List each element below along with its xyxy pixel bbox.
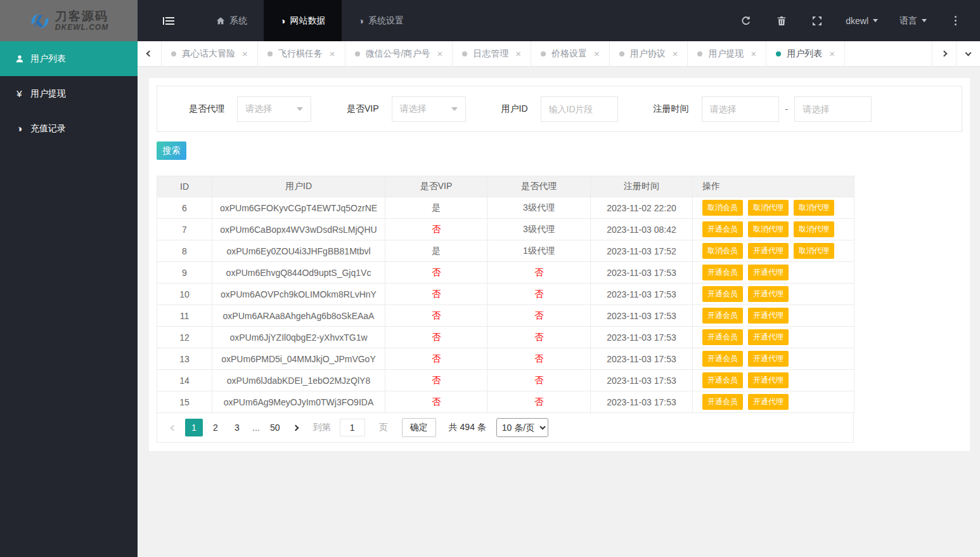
grant-member-button[interactable]: 开通会员	[702, 308, 743, 324]
tab-label: 真心话大冒险	[182, 48, 235, 60]
cancel-member-button[interactable]: 取消会员	[702, 200, 743, 216]
more-vertical-icon	[955, 16, 957, 25]
user-id-input[interactable]	[541, 96, 618, 122]
cancel-member-button[interactable]: 取消会员	[702, 243, 743, 259]
tab-close-icon[interactable]: ×	[751, 48, 756, 59]
tab-label: 用户提现	[708, 48, 744, 60]
grant-agent-button[interactable]: 开通代理	[748, 329, 789, 345]
cancel-agent-button[interactable]: 取消代理	[748, 221, 789, 237]
cell-agent: 3级代理	[487, 219, 591, 240]
tab-item-7[interactable]: 用户提现×	[688, 41, 766, 66]
grant-agent-button[interactable]: 开通代理	[748, 243, 789, 259]
cell-vip: 否	[385, 305, 487, 327]
tab-status-dot	[355, 51, 360, 56]
grant-member-button[interactable]: 开通会员	[702, 286, 743, 302]
agent-select[interactable]: 请选择	[237, 96, 311, 122]
grant-member-button[interactable]: 开通会员	[702, 265, 743, 280]
yen-icon: ¥	[14, 88, 25, 99]
grant-agent-button[interactable]: 开通代理	[748, 286, 789, 302]
sidebar-item-user-list[interactable]: 用户列表	[0, 41, 138, 76]
chevron-down-icon	[965, 49, 972, 56]
brand-subtitle: DKEWL.COM	[55, 23, 108, 31]
grant-agent-button[interactable]: 开通代理	[748, 308, 789, 324]
cell-actions: 开通会员开通代理	[693, 327, 854, 348]
grant-agent-button[interactable]: 开通代理	[748, 372, 789, 388]
home-icon	[216, 16, 225, 25]
tab-close-icon[interactable]: ×	[594, 48, 600, 59]
page-unit-label: 页	[379, 422, 388, 433]
prev-page-button[interactable]	[165, 419, 181, 436]
nav-item-system-settings[interactable]: ◑ 系统设置	[342, 0, 420, 41]
filter-user-id-label: 用户ID	[501, 103, 528, 115]
tab-close-icon[interactable]: ×	[515, 48, 521, 59]
tab-close-icon[interactable]: ×	[673, 48, 678, 59]
sidebar-item-label: 用户列表	[30, 53, 66, 65]
confirm-button[interactable]: 确定	[402, 418, 436, 437]
cell-actions: 开通会员开通代理	[693, 305, 854, 327]
grant-member-button[interactable]: 开通会员	[702, 329, 743, 345]
tab-item-1[interactable]: 真心话大冒险×	[162, 41, 258, 66]
page-button-1[interactable]: 1	[185, 419, 203, 436]
tab-label: 用户列表	[787, 48, 822, 60]
search-button[interactable]: 搜索	[157, 141, 186, 160]
topbar-right: dkewl 语言	[733, 0, 980, 41]
cell-id: 9	[157, 262, 212, 284]
sidebar-item-recharge-records[interactable]: ◑ 充值记录	[0, 111, 138, 146]
vip-select[interactable]: 请选择	[392, 96, 466, 122]
cell-agent: 否	[487, 262, 591, 284]
tabs-menu-button[interactable]	[956, 41, 980, 66]
page-button-2[interactable]: 2	[207, 419, 224, 436]
cancel-agent-button[interactable]: 取消代理	[794, 243, 834, 259]
grant-agent-button[interactable]: 开通代理	[748, 265, 789, 280]
reg-time-start-input[interactable]	[702, 96, 779, 122]
nav-item-site-data[interactable]: ◑ 网站数据	[264, 0, 342, 41]
col-header-vip: 是否VIP	[385, 176, 487, 197]
cell-id: 12	[157, 327, 212, 348]
cell-reg-time: 2023-11-03 17:53	[591, 348, 693, 370]
language-dropdown[interactable]: 语言	[893, 0, 933, 41]
tab-item-5[interactable]: 价格设置×	[531, 41, 610, 66]
tab-item-2[interactable]: 飞行棋任务×	[258, 41, 345, 66]
tab-close-icon[interactable]: ×	[330, 48, 335, 59]
tab-close-icon[interactable]: ×	[242, 48, 248, 59]
table-header-row: ID 用户ID 是否VIP 是否代理 注册时间 操作	[157, 176, 854, 197]
cell-reg-time: 2023-11-03 08:42	[591, 219, 693, 240]
fullscreen-button[interactable]	[804, 0, 830, 41]
tabs-scroll-left-button[interactable]	[138, 41, 162, 66]
tab-item-3[interactable]: 微信公号/商户号×	[345, 41, 453, 66]
tab-item-4[interactable]: 日志管理×	[453, 41, 531, 66]
tab-item-6[interactable]: 用户协议×	[610, 41, 688, 66]
clear-cache-button[interactable]	[768, 0, 795, 41]
tab-close-icon[interactable]: ×	[437, 48, 442, 59]
cancel-agent-button[interactable]: 取消代理	[794, 200, 834, 216]
cancel-agent-button[interactable]: 取消代理	[748, 200, 789, 216]
reg-time-end-input[interactable]	[794, 96, 872, 122]
cell-reg-time: 2023-11-03 17:53	[591, 262, 693, 284]
page-button-3[interactable]: 3	[228, 419, 246, 436]
more-menu-button[interactable]	[942, 0, 969, 41]
cell-agent: 否	[487, 327, 591, 348]
grant-member-button[interactable]: 开通会员	[702, 394, 743, 410]
refresh-button[interactable]	[733, 0, 759, 41]
cell-agent: 否	[487, 348, 591, 370]
next-page-button[interactable]	[288, 419, 304, 436]
cell-reg-time: 2023-11-03 17:53	[591, 391, 693, 413]
grant-agent-button[interactable]: 开通代理	[748, 394, 789, 410]
tabs-scroll-right-button[interactable]	[932, 41, 956, 66]
cell-vip: 否	[385, 370, 487, 391]
page-button-50[interactable]: 50	[266, 419, 284, 436]
goto-page-input[interactable]	[340, 419, 365, 436]
tab-close-icon[interactable]: ×	[829, 48, 835, 59]
user-dropdown[interactable]: dkewl	[839, 0, 884, 41]
nav-item-system[interactable]: 系统	[200, 0, 264, 41]
cancel-agent-button[interactable]: 取消代理	[794, 221, 834, 237]
grant-member-button[interactable]: 开通会员	[702, 351, 743, 367]
nav-item-label: 系统	[229, 15, 247, 27]
grant-member-button[interactable]: 开通会员	[702, 372, 743, 388]
sidebar-item-user-withdraw[interactable]: ¥ 用户提现	[0, 76, 138, 111]
grant-agent-button[interactable]: 开通代理	[748, 351, 789, 367]
grant-member-button[interactable]: 开通会员	[702, 221, 743, 237]
page-size-select[interactable]: 10 条/页	[496, 418, 548, 437]
menu-toggle-button[interactable]	[138, 0, 200, 41]
tab-item-8[interactable]: 用户列表×	[766, 41, 845, 66]
